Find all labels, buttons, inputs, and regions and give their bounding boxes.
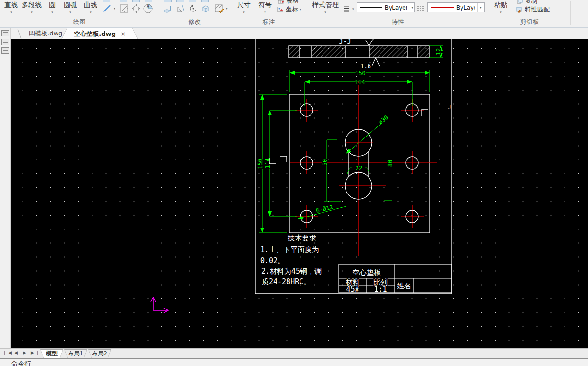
title-block: 空心垫板 材料 比列 45# 1:1 姓名	[339, 264, 452, 294]
clipboard-group-label: 剪切板	[489, 18, 570, 26]
clipped-icon[interactable]	[201, 0, 209, 2]
part-title: 空心垫板	[352, 268, 381, 277]
tab-document-1[interactable]: 凹模板.dwg	[29, 29, 62, 38]
tab-nav-prev[interactable]: ◀	[14, 350, 21, 355]
symbol-button[interactable]: 符号 ▾	[257, 1, 273, 15]
ribbon-toolbar: 直线 ▾ 多段线 ▾ 圆 ▾ 圆弧 ▾ 曲线 ▾ ▾	[0, 0, 588, 28]
svg-text:技术要求: 技术要求	[288, 234, 316, 242]
document-tab-bar: 凹模板.dwg 空心垫板.dwg ×	[11, 28, 588, 39]
cad-drawing[interactable]: J-J 1.6 12	[11, 39, 588, 348]
close-icon[interactable]: ×	[121, 31, 126, 37]
chevron-down-icon[interactable]: ▾	[114, 7, 115, 11]
lineweight-swatch	[360, 7, 382, 8]
linetype-icon[interactable]	[416, 4, 425, 13]
draw-line-button[interactable]: 直线 ▾	[3, 1, 19, 15]
clipped-icon[interactable]	[132, 0, 140, 2]
tab-separator	[17, 29, 21, 39]
svg-text:80: 80	[387, 160, 393, 167]
section-cut-marks	[269, 103, 445, 164]
copy-button-clipped[interactable]: 复制	[517, 0, 537, 3]
cad-application-window: 直线 ▾ 多段线 ▾ 圆 ▾ 圆弧 ▾ 曲线 ▾ ▾	[0, 0, 588, 366]
chevron-down-icon[interactable]: ▾	[3, 11, 19, 15]
drawing-frame[interactable]	[255, 39, 452, 294]
chevron-down-icon[interactable]: ▾	[409, 3, 413, 12]
section-view[interactable]: J-J 1.6 12	[289, 39, 443, 69]
chevron-down-icon[interactable]: ▾	[45, 11, 59, 15]
tab-document-2-active[interactable]: 空心垫板.dwg ×	[61, 28, 138, 39]
svg-text:2.材料为45钢，调: 2.材料为45钢，调	[261, 267, 322, 275]
drawing-canvas[interactable]: J-J 1.6 12	[11, 39, 588, 348]
chevron-down-icon[interactable]: ▾	[311, 11, 340, 15]
match-properties-button[interactable]: 特性匹配	[516, 5, 550, 14]
rotate-icon[interactable]	[188, 3, 198, 14]
box-3d-icon[interactable]	[200, 3, 211, 14]
bolt-holes[interactable]	[300, 104, 418, 223]
group-divider	[570, 1, 571, 25]
draw-group-label: 绘图	[0, 18, 159, 26]
draw-curve-button[interactable]: 曲线 ▾	[82, 1, 99, 15]
segment-line-icon[interactable]	[102, 3, 112, 14]
dimension-button[interactable]: 尺寸 ▾	[236, 1, 252, 15]
table-button-clipped[interactable]: 表格	[278, 0, 299, 3]
svg-text:22: 22	[356, 165, 362, 172]
chevron-down-icon[interactable]: ▾	[236, 11, 252, 15]
section-label: J-J	[339, 39, 351, 45]
svg-text:45#: 45#	[346, 285, 359, 294]
plan-view[interactable]: 150 114 150 114	[257, 70, 451, 256]
region-gear-icon[interactable]	[131, 3, 141, 14]
tab-nav-first[interactable]: |◀	[4, 350, 14, 355]
layout-tab-bar: |◀ ◀ ▶ ▶| 模型 布局1 布局2	[0, 348, 588, 358]
coordinate-icon	[277, 6, 284, 13]
edit-hatch-icon[interactable]	[214, 3, 224, 14]
hatch-icon[interactable]	[119, 3, 129, 14]
chevron-down-icon[interactable]: ▾	[226, 7, 228, 11]
draw-polyline-button[interactable]: 多段线 ▾	[20, 1, 43, 15]
chamfer-icon[interactable]	[175, 3, 186, 14]
svg-text:114: 114	[265, 158, 271, 169]
clipped-icon[interactable]	[176, 0, 184, 2]
chevron-down-icon[interactable]: ▾	[352, 7, 354, 11]
chevron-down-icon[interactable]: ▾	[300, 8, 301, 11]
tab-layout2[interactable]: 布局2	[88, 349, 111, 358]
section-letter: J	[448, 103, 451, 111]
svg-text:6-Ø12: 6-Ø12	[315, 204, 334, 214]
chevron-down-icon[interactable]: ▾	[477, 3, 482, 12]
layer-tool-icon[interactable]	[1, 30, 9, 36]
chevron-down-icon[interactable]: ▾	[257, 11, 273, 15]
color-select[interactable]: ByLayer ▾	[427, 2, 485, 12]
coordinate-button[interactable]: 坐标 ▾	[277, 5, 301, 14]
clipped-icon[interactable]	[164, 0, 172, 2]
dimension-holespan-v[interactable]	[270, 110, 297, 217]
svg-text:50: 50	[322, 159, 328, 166]
fillet-icon[interactable]	[163, 3, 173, 14]
tab-layout1[interactable]: 布局1	[64, 349, 87, 358]
tab-model[interactable]: 模型	[40, 349, 63, 358]
draw-circle-button[interactable]: 圆 ▾	[45, 1, 59, 15]
fence-tool-icon[interactable]	[1, 47, 9, 54]
chevron-down-icon[interactable]: ▾	[20, 11, 43, 15]
command-line-panel[interactable]: 命令行	[0, 358, 588, 366]
tab-nav-last[interactable]: ▶|	[31, 350, 41, 355]
svg-text:114: 114	[355, 79, 365, 86]
clipped-icon[interactable]	[189, 0, 196, 2]
tab-nav-next[interactable]: ▶	[23, 350, 29, 355]
chevron-down-icon[interactable]: ▾	[82, 11, 99, 15]
chevron-down-icon[interactable]: ▾	[62, 11, 79, 15]
ucs-icon	[151, 297, 168, 313]
dimension-50[interactable]	[324, 140, 341, 201]
svg-text:A: A	[147, 4, 149, 9]
clipped-icon[interactable]	[103, 0, 110, 2]
chevron-down-icon[interactable]: ▾	[493, 11, 509, 15]
lineweight-icon[interactable]	[342, 4, 351, 13]
grid-tool-icon[interactable]	[1, 39, 9, 45]
clipped-icon[interactable]	[145, 0, 152, 2]
clipped-icon[interactable]	[120, 0, 127, 2]
draw-arc-button[interactable]: 圆弧 ▾	[62, 1, 79, 15]
svg-text:质24-28HRC。: 质24-28HRC。	[262, 277, 311, 286]
paste-button[interactable]: 粘贴 ▾	[493, 1, 509, 15]
lineweight-select[interactable]: ByLayer ▾	[357, 2, 415, 12]
dimension-dia-leader[interactable]	[346, 122, 383, 153]
text-area-icon[interactable]: A	[143, 3, 153, 14]
roughness-symbol-top	[366, 39, 375, 46]
style-manager-button[interactable]: 样式管理 ▾	[311, 1, 340, 15]
